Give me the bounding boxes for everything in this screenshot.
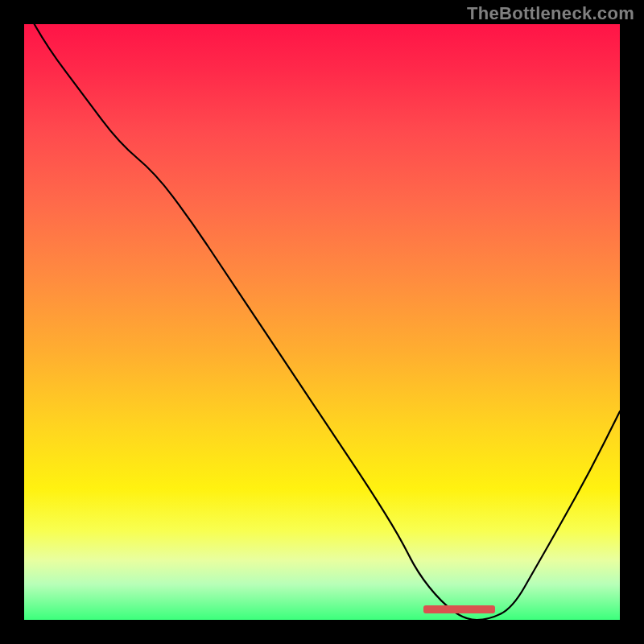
optimal-range-marker xyxy=(423,605,495,613)
curve-svg xyxy=(24,24,620,620)
watermark-text: TheBottleneck.com xyxy=(467,3,634,24)
plot-area xyxy=(24,24,620,620)
bottleneck-curve xyxy=(24,24,620,620)
